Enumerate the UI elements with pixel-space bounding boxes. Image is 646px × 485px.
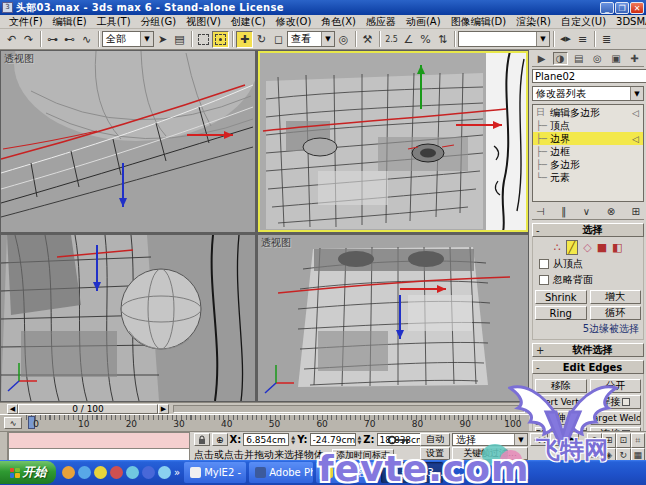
y-coordinate-field[interactable] xyxy=(310,433,356,446)
mirror-icon[interactable]: ◀▶ xyxy=(557,31,574,48)
snap-toggle-icon[interactable]: 2.5 xyxy=(383,31,400,48)
menu-item[interactable]: 动画(A) xyxy=(401,15,446,29)
element-subobject-icon[interactable]: ◧ xyxy=(612,241,622,254)
remove-button[interactable]: 移除 xyxy=(535,379,587,393)
y-spinner[interactable]: ▲▼ xyxy=(358,435,362,445)
zoom-extents-all-icon[interactable]: ⌗ xyxy=(631,433,646,448)
edit-edges-rollout-header[interactable]: - Edit Edges xyxy=(532,360,644,374)
soft-selection-rollout-header[interactable]: + 软件选择 xyxy=(532,343,644,357)
quick-launch-overflow-icon[interactable]: » xyxy=(174,467,180,478)
previous-key-icon[interactable]: ◀ xyxy=(550,433,563,446)
menu-item[interactable]: 图像编辑(D) xyxy=(446,15,512,29)
taskbar-task-myie2[interactable]: MyIE2 - xyxy=(184,462,246,483)
menu-item[interactable]: 工具(T) xyxy=(92,15,136,29)
track-bar[interactable]: ∿ 0102030405060708090100 xyxy=(0,414,529,431)
select-scale-icon[interactable]: ◻ xyxy=(270,31,287,48)
show-end-result-icon[interactable]: ‖ xyxy=(561,206,566,217)
zoom-all-icon[interactable]: ⊞ xyxy=(602,433,617,448)
modifier-list-dropdown[interactable]: 修改器列表 ▼ xyxy=(532,86,644,101)
maxscript-mini-listener[interactable] xyxy=(0,432,190,461)
weld-button[interactable]: 焊接 xyxy=(590,395,642,409)
absolute-offset-toggle-icon[interactable]: ⊕ xyxy=(212,433,228,446)
percent-snap-icon[interactable]: % xyxy=(417,31,434,48)
menu-item[interactable]: 编辑(E) xyxy=(48,15,92,29)
chevron-down-icon[interactable]: ▼ xyxy=(321,32,334,46)
menu-item[interactable]: 文件(F) xyxy=(4,15,48,29)
pin-stack-icon[interactable]: ⊣ xyxy=(536,206,545,217)
display-tab-icon[interactable]: ▣ xyxy=(608,53,623,64)
viewport-bottom-left[interactable] xyxy=(1,235,255,401)
taskbar-task-photoshop[interactable]: Adobe Ph... xyxy=(249,462,313,483)
stack-item-element[interactable]: └─ 元素 xyxy=(533,171,643,184)
selection-filter-dropdown[interactable]: 全部 ▼ xyxy=(102,31,154,47)
start-button[interactable]: 开始 xyxy=(0,461,56,484)
zoom-icon[interactable]: ⊕ xyxy=(587,433,602,448)
select-object-icon[interactable]: ➤ xyxy=(154,31,171,48)
collapse-icon[interactable]: 日 xyxy=(536,106,550,119)
taskbar-task-3dsmax-active[interactable]: 头部03... xyxy=(381,462,443,483)
border-subobject-icon[interactable]: ◇ xyxy=(583,241,591,254)
undo-icon[interactable]: ↶ xyxy=(3,31,20,48)
stack-item-polygon[interactable]: ├─ 多边形 xyxy=(533,158,643,171)
previous-frame-arrow[interactable]: ◀ xyxy=(7,404,18,414)
create-tab-icon[interactable]: ▶ xyxy=(534,53,549,64)
settings-box-icon[interactable] xyxy=(568,414,576,422)
chevron-down-icon[interactable]: ▼ xyxy=(536,32,549,46)
menu-item[interactable]: 创建(C) xyxy=(226,15,271,29)
stack-item-edge[interactable]: ├─ 边框 xyxy=(533,145,643,158)
ignore-backfacing-checkbox[interactable] xyxy=(539,275,549,285)
menu-item[interactable]: 渲染(R) xyxy=(511,15,556,29)
stack-item-editpoly[interactable]: 日 编辑多边形 ◁ xyxy=(533,106,643,119)
utilities-tab-icon[interactable]: ✚ xyxy=(627,53,642,64)
bind-to-space-warp-icon[interactable]: ∿ xyxy=(78,31,95,48)
key-filters-button[interactable]: 关键帧过滤... xyxy=(452,447,528,460)
viewport-label[interactable]: 透视图 xyxy=(261,236,291,250)
by-vertex-checkbox[interactable] xyxy=(539,259,549,269)
quick-launch-icon[interactable] xyxy=(62,466,75,479)
settings-box-icon[interactable] xyxy=(622,398,630,406)
grow-button[interactable]: 增大 xyxy=(590,290,642,304)
quick-launch-icon[interactable] xyxy=(158,466,171,479)
menu-item[interactable]: 3DSMAX脚本(M) xyxy=(611,15,646,29)
chevron-down-icon[interactable]: ▼ xyxy=(514,434,527,445)
select-rotate-icon[interactable]: ↻ xyxy=(253,31,270,48)
quick-launch-icon[interactable] xyxy=(94,466,107,479)
motion-tab-icon[interactable]: ◎ xyxy=(590,53,605,64)
target-weld-button[interactable]: Target Weld xyxy=(590,411,642,425)
select-link-icon[interactable]: ⊶ xyxy=(44,31,61,48)
extrude-button[interactable]: 拉伸 xyxy=(535,411,587,425)
minimize-button[interactable]: _ xyxy=(600,2,614,14)
play-icon[interactable]: ▶ xyxy=(565,433,578,446)
chevron-down-icon[interactable]: ▼ xyxy=(630,87,643,100)
split-button[interactable]: 分开 xyxy=(590,379,642,393)
quick-launch-icon[interactable] xyxy=(110,466,123,479)
set-key-button[interactable]: 设置 xyxy=(420,447,450,460)
modify-tab-icon[interactable]: ◑ xyxy=(553,52,568,65)
edge-subobject-icon-active[interactable]: ╱ xyxy=(566,240,579,255)
selection-rollout-header[interactable]: - 选择 xyxy=(532,223,644,237)
viewport-top-left[interactable]: 透视图 xyxy=(1,51,255,232)
stack-item-border-active[interactable]: ├─ 边界 ◁ xyxy=(533,132,643,145)
vertex-subobject-icon[interactable]: ∴ xyxy=(554,241,561,254)
next-frame-arrow[interactable]: ▶ xyxy=(158,404,169,414)
x-coordinate-field[interactable] xyxy=(243,433,289,446)
go-to-start-icon[interactable]: ◀◀ xyxy=(530,433,548,446)
menu-item[interactable]: 分组(G) xyxy=(136,15,182,29)
configure-modifier-icon[interactable]: ⊞ xyxy=(632,206,640,217)
quick-launch-icon[interactable] xyxy=(126,466,139,479)
ring-button[interactable]: Ring xyxy=(535,306,587,320)
chevron-down-icon[interactable]: ▼ xyxy=(140,32,153,46)
auto-key-button[interactable]: 自动 xyxy=(420,433,450,446)
remove-modifier-icon[interactable]: ⊗ xyxy=(607,206,615,217)
reference-coordinate-dropdown[interactable]: 查看 ▼ xyxy=(287,31,335,47)
stack-item-vertex[interactable]: ├─ 顶点 xyxy=(533,119,643,132)
align-icon[interactable]: ≡ xyxy=(574,31,591,48)
close-button[interactable]: ✕ xyxy=(630,2,644,14)
mini-curve-editor-icon[interactable]: ∿ xyxy=(4,417,22,429)
quick-launch-icon[interactable] xyxy=(142,466,155,479)
loop-button[interactable]: 循环 xyxy=(590,306,642,320)
quick-launch-icon[interactable] xyxy=(78,466,91,479)
viewport-label[interactable]: 透视图 xyxy=(4,52,34,66)
unlink-icon[interactable]: ⊷ xyxy=(61,31,78,48)
x-spinner[interactable]: ▲▼ xyxy=(291,435,295,445)
